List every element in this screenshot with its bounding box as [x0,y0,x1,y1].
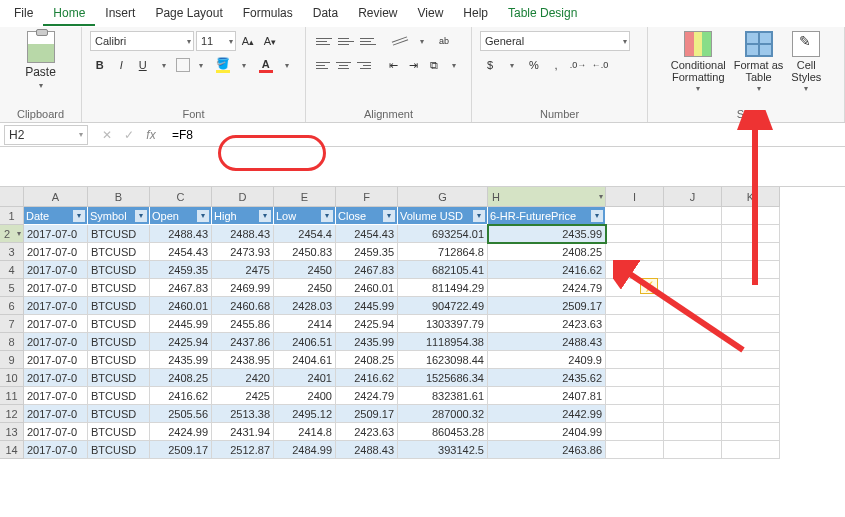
cell[interactable]: 287000.32 [398,405,488,423]
menu-formulas[interactable]: Formulas [233,2,303,26]
cell[interactable]: 1118954.38 [398,333,488,351]
cell[interactable]: 2423.63 [336,423,398,441]
menu-view[interactable]: View [408,2,454,26]
cell[interactable]: 2017-07-0 [24,315,88,333]
cell[interactable]: 2445.99 [336,297,398,315]
row-header[interactable]: 10 [0,369,24,387]
cell[interactable]: 2017-07-0 [24,351,88,369]
table-header[interactable]: Date▾ [24,207,88,225]
cell[interactable] [722,405,780,423]
cancel-formula-icon[interactable]: ✕ [96,128,118,142]
cell[interactable]: 693254.01 [398,225,488,243]
filter-dropdown-icon[interactable]: ▾ [197,210,209,222]
cell[interactable] [664,297,722,315]
chevron-down-icon[interactable]: ▾ [235,55,254,75]
chevron-down-icon[interactable]: ▾ [192,55,211,75]
cell[interactable]: BTCUSD [88,297,150,315]
cell[interactable]: 2442.99 [488,405,606,423]
column-header[interactable]: A [24,187,88,207]
cell[interactable] [722,315,780,333]
merge-button[interactable]: ⧉ [425,55,443,75]
cell[interactable] [664,387,722,405]
cell[interactable]: 2435.99 [150,351,212,369]
cell[interactable]: 2408.25 [488,243,606,261]
cell[interactable] [664,423,722,441]
cell[interactable] [664,315,722,333]
cell[interactable]: 2425.94 [150,333,212,351]
cell[interactable]: BTCUSD [88,243,150,261]
column-header[interactable]: H [488,187,606,207]
cell[interactable]: 1303397.79 [398,315,488,333]
filter-dropdown-icon[interactable]: ▾ [321,210,333,222]
cell[interactable]: 1623098.44 [398,351,488,369]
formula-input[interactable] [166,125,845,145]
menu-file[interactable]: File [4,2,43,26]
menu-review[interactable]: Review [348,2,407,26]
cell[interactable] [664,405,722,423]
accounting-button[interactable]: $ [480,55,500,75]
cell[interactable]: 2425.94 [336,315,398,333]
menu-home[interactable]: Home [43,2,95,26]
cell[interactable] [606,441,664,459]
filter-dropdown-icon[interactable]: ▾ [473,210,485,222]
column-header[interactable]: J [664,187,722,207]
autofill-smarttag[interactable]: ⚡ [640,278,658,294]
increase-font-icon[interactable]: A▴ [238,31,258,51]
font-color-button[interactable]: A [256,55,275,75]
cell[interactable] [664,441,722,459]
cell[interactable] [722,225,780,243]
cell[interactable]: 2409.9 [488,351,606,369]
accept-formula-icon[interactable]: ✓ [118,128,140,142]
cell[interactable]: 2488.43 [488,333,606,351]
increase-indent-button[interactable]: ⇥ [405,55,423,75]
formula-bar-expand[interactable] [0,147,845,187]
cell[interactable]: 2435.99 [336,333,398,351]
cell[interactable]: 2509.17 [336,405,398,423]
cell[interactable]: 2408.25 [336,351,398,369]
cell[interactable]: 682105.41 [398,261,488,279]
cell[interactable]: 2505.56 [150,405,212,423]
chevron-down-icon[interactable]: ▾ [154,55,173,75]
cell[interactable]: 811494.29 [398,279,488,297]
filter-dropdown-icon[interactable]: ▾ [259,210,271,222]
cell[interactable]: 2017-07-0 [24,279,88,297]
cell[interactable]: BTCUSD [88,225,150,243]
cell[interactable]: 2509.17 [488,297,606,315]
cell[interactable]: 2017-07-0 [24,333,88,351]
cell[interactable]: 2513.38 [212,405,274,423]
cell[interactable]: 2460.01 [150,297,212,315]
cell[interactable] [722,333,780,351]
cell[interactable]: BTCUSD [88,387,150,405]
cell[interactable] [722,207,780,225]
comma-button[interactable]: , [546,55,566,75]
cell[interactable]: 2450 [274,261,336,279]
cell[interactable] [664,207,722,225]
cell[interactable]: 393142.5 [398,441,488,459]
row-header[interactable]: 4 [0,261,24,279]
cell[interactable] [722,261,780,279]
cell[interactable]: 2435.99 [488,225,606,243]
cell[interactable]: 2495.12 [274,405,336,423]
cell[interactable]: 2424.99 [150,423,212,441]
filter-dropdown-icon[interactable]: ▾ [73,210,85,222]
cell[interactable] [606,261,664,279]
decrease-decimal-button[interactable]: ←.0 [590,55,610,75]
cell[interactable]: 832381.61 [398,387,488,405]
cell[interactable]: 2401 [274,369,336,387]
cell[interactable] [664,261,722,279]
table-header[interactable]: Open▾ [150,207,212,225]
cell[interactable]: 2467.83 [336,261,398,279]
cell[interactable] [722,351,780,369]
cell[interactable]: 2450.83 [274,243,336,261]
cell[interactable]: 2438.95 [212,351,274,369]
cell[interactable]: 2017-07-0 [24,261,88,279]
table-header[interactable]: Low▾ [274,207,336,225]
cell[interactable] [722,243,780,261]
menu-page-layout[interactable]: Page Layout [145,2,232,26]
row-header[interactable]: 11 [0,387,24,405]
cell[interactable]: 2488.43 [150,225,212,243]
conditional-formatting-button[interactable]: Conditional Formatting ▾ [671,31,726,94]
fill-color-button[interactable]: 🪣 [213,55,232,75]
cell[interactable]: 2484.99 [274,441,336,459]
table-header[interactable]: Volume USD▾ [398,207,488,225]
